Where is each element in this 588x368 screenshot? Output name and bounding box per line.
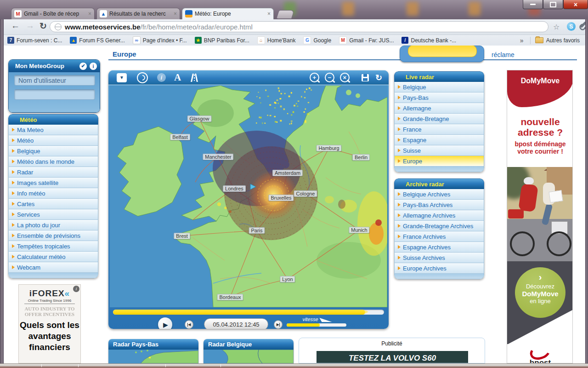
bookmark-bnp-paribas[interactable]: ★ BNP Paribas For... <box>195 37 249 44</box>
speed-ramp-icon <box>319 318 332 322</box>
live-radar-item-belgique[interactable]: Belgique <box>394 82 484 92</box>
minimize-button[interactable] <box>523 0 543 9</box>
yellow-pill-button[interactable] <box>408 46 477 57</box>
sidebar-item-belgique[interactable]: Belgique <box>8 146 98 156</box>
bookmark-star-icon[interactable]: ☆ <box>553 23 560 31</box>
bookmarks-overflow-chevron[interactable]: » <box>520 37 524 44</box>
address-bar[interactable]: www.meteoservices.be/fr/be/home/meteo/ra… <box>50 21 548 32</box>
bookmark-homebank[interactable]: ⌂ Home'Bank <box>257 36 296 44</box>
volvo-ad[interactable]: TESTEZ LA VOLVO S60 <box>317 351 468 363</box>
be-mini-map <box>204 350 294 363</box>
save-icon[interactable] <box>362 74 369 81</box>
divider <box>530 37 531 44</box>
close-button[interactable]: × <box>563 0 588 9</box>
live-radar-item-europe-selected[interactable]: Europe <box>394 156 484 167</box>
sidebar-item-tempetes-tropicales[interactable]: Tempêtes tropicales <box>8 241 98 252</box>
bookmark-page-index[interactable]: ∞ Page d'index • F... <box>133 36 187 44</box>
archive-item-belgique[interactable]: Belgique Archives <box>394 189 484 200</box>
live-radar-item-pays-bas[interactable]: Pays-Bas <box>394 92 484 103</box>
ad-info-icon[interactable]: i <box>73 286 79 292</box>
sidebar-item-meteo[interactable]: Météo <box>8 135 98 146</box>
map-dropdown-button[interactable]: ▼ <box>117 73 127 82</box>
tab-close-icon[interactable]: × <box>267 11 271 17</box>
bookmark-gmail-fw[interactable]: M Gmail - Fw: JUS... <box>339 36 394 44</box>
sidebar-item-ma-meteo[interactable]: Ma Meteo <box>8 125 98 135</box>
url-domain: www.meteoservices.be <box>65 23 141 31</box>
sidebar-item-radar[interactable]: Radar <box>8 167 98 178</box>
login-submit-icon[interactable]: ✔ <box>79 63 87 70</box>
radar-nl-panel[interactable]: Radar Pays-Bas <box>108 339 198 363</box>
archive-item-pays-bas[interactable]: Pays-Bas Archives <box>394 200 484 210</box>
live-radar-item-allemagne[interactable]: Allemagne <box>394 103 484 114</box>
reclame-link[interactable]: réclame <box>492 51 514 58</box>
archive-item-grande-bretagne[interactable]: Grande-Bretagne Archives <box>394 221 484 231</box>
iforex-ad[interactable]: i iFOREX« Online Trading Since 1996 AUTO… <box>18 284 81 363</box>
new-tab-button[interactable] <box>276 10 294 19</box>
radar-nl-title: Radar Pays-Bas <box>108 339 198 350</box>
zoom-out-button[interactable]: − <box>325 73 334 82</box>
europe-map-svg <box>110 86 387 307</box>
skype-extension-icon[interactable]: S <box>567 22 576 31</box>
archive-item-suisse[interactable]: Suisse Archives <box>394 253 484 263</box>
step-back-button[interactable]: ◀ <box>185 320 193 329</box>
live-radar-item-suisse[interactable]: Suisse <box>394 145 484 156</box>
sidebar-item-info-meteo[interactable]: Info météo <box>8 188 98 199</box>
sidebar-item-webcam[interactable]: Webcam <box>8 262 98 273</box>
bookmark-favicon: ∞ <box>133 36 141 44</box>
labels-toggle-icon[interactable]: A <box>174 72 181 83</box>
radar-icon[interactable] <box>137 72 148 83</box>
live-radar-item-france[interactable]: France <box>394 124 484 135</box>
step-forward-button[interactable]: ▶ <box>274 320 283 329</box>
archive-item-allemagne[interactable]: Allemagne Archives <box>394 210 484 221</box>
tab-close-icon[interactable]: × <box>174 11 177 17</box>
tab-gmail[interactable]: M Gmail - Boîte de récep × <box>11 8 95 19</box>
bookmark-forum-seven[interactable]: 7 Forum-seven : C... <box>7 37 62 44</box>
city-label: Belfast <box>170 134 190 140</box>
sidebar-item-cartes[interactable]: Cartes <box>8 199 98 209</box>
play-button[interactable]: ▶ <box>158 317 172 329</box>
archive-item-espagne[interactable]: Espagne Archives <box>394 242 484 253</box>
sidebar-item-photo-du-jour[interactable]: La photo du jour <box>8 220 98 230</box>
maximize-button[interactable] <box>543 0 563 9</box>
password-field[interactable] <box>14 89 95 100</box>
forward-button[interactable]: → <box>26 21 34 31</box>
sidebar-item-images-satellite[interactable]: Images satellite <box>8 178 98 188</box>
meteo-menu-title: Météo <box>8 114 98 125</box>
bookmark-google[interactable]: G Google <box>303 36 331 44</box>
reload-button[interactable]: ↻ <box>40 21 47 31</box>
top-partial-button[interactable] <box>400 46 484 62</box>
username-field[interactable] <box>14 75 95 86</box>
other-bookmarks-folder[interactable]: Autres favoris <box>535 37 580 44</box>
sidebar-item-services[interactable]: Services <box>8 209 98 220</box>
tab-close-icon[interactable]: × <box>88 11 91 17</box>
sidebar-item-ensemble-previsions[interactable]: Ensemble de prévisions <box>8 230 98 241</box>
sidebar-item-meteo-monde[interactable]: Météo dans le monde <box>8 156 98 167</box>
live-radar-item-grande-bretagne[interactable]: Grande-Bretagne <box>394 114 484 124</box>
archive-item-france[interactable]: France Archives <box>394 231 484 242</box>
archive-item-europe[interactable]: Europe Archives <box>394 263 484 274</box>
refresh-icon[interactable]: ↻ <box>375 73 382 83</box>
bookmark-deutsche-bank[interactable]: / Deutsche Bank -... <box>401 37 456 44</box>
tab-search-results[interactable]: ▲ Résultats de la recherc × <box>96 8 180 19</box>
speed-slider[interactable] <box>287 323 346 327</box>
domymove-ad[interactable]: DoMyMove nouvelle adresse ? bpost déména… <box>507 70 573 363</box>
bookmark-favicon: ⌂ <box>257 36 265 44</box>
radar-map[interactable]: Glasgow Belfast Manchester Hamburg Berli… <box>110 86 387 307</box>
datetime-display[interactable]: 05.04.2012 12:45 <box>204 318 268 329</box>
tab-title: Météo: Europe <box>195 11 266 17</box>
ad-photo <box>507 167 573 261</box>
back-button[interactable]: ← <box>11 21 20 31</box>
live-radar-item-espagne[interactable]: Espagne <box>394 135 484 145</box>
cta-circle[interactable]: › Découvrez DoMyMove en ligne <box>515 267 565 318</box>
window-bottom-edge <box>0 363 588 368</box>
info-icon[interactable]: i <box>157 73 166 82</box>
login-info-icon[interactable]: i <box>90 63 97 70</box>
zoom-reset-button[interactable]: × <box>340 73 350 82</box>
roads-toggle-icon[interactable] <box>190 74 198 82</box>
bookmark-forum-fs[interactable]: ▲ Forum FS Gener... <box>70 37 124 44</box>
sidebar-item-calculateur-meteo[interactable]: Calculateur météo <box>8 252 98 262</box>
zoom-in-button[interactable]: + <box>310 73 319 82</box>
menu-footer <box>394 274 484 279</box>
radar-be-panel[interactable]: Radar Belgique <box>204 339 294 363</box>
tab-meteo-europe[interactable]: Météo: Europe × <box>182 8 274 19</box>
